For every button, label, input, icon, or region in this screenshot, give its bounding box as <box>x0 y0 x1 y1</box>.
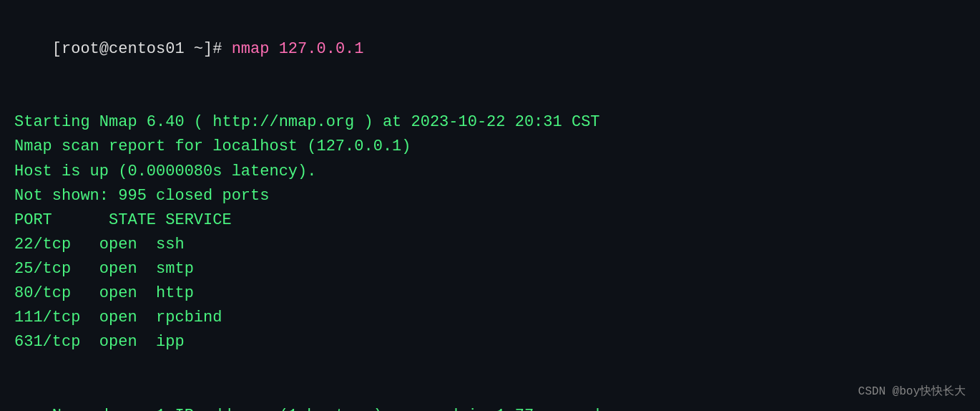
output-line-4: Not shown: 995 closed ports <box>14 184 966 208</box>
blank-line-2 <box>14 354 966 379</box>
table-header: PORT STATE SERVICE <box>14 208 966 233</box>
port-row-3: 80/tcp open http <box>14 281 966 306</box>
output-line-1: Starting Nmap 6.40 ( http://nmap.org ) a… <box>14 110 966 135</box>
output-line-2: Nmap scan report for localhost (127.0.0.… <box>14 135 966 159</box>
terminal-window: [root@centos01 ~]# nmap 127.0.0.1 Starti… <box>14 13 966 398</box>
port-row-4: 111/tcp open rpcbind <box>14 306 966 330</box>
port-row-2: 25/tcp open smtp <box>14 257 966 281</box>
watermark-text: CSDN @boy快快长大 <box>858 383 966 401</box>
blank-line-1 <box>14 86 966 110</box>
command-line: [root@centos01 ~]# nmap 127.0.0.1 <box>14 13 966 86</box>
command-text: nmap 127.0.0.1 <box>232 40 364 58</box>
port-row-1: 22/tcp open ssh <box>14 233 966 257</box>
prompt-text: [root@centos01 ~]# <box>52 40 232 58</box>
output-line-3: Host is up (0.0000080s latency). <box>14 160 966 184</box>
summary-line: Nmap done: 1 IP address (1 host up) scan… <box>14 379 966 411</box>
port-row-5: 631/tcp open ipp <box>14 330 966 354</box>
